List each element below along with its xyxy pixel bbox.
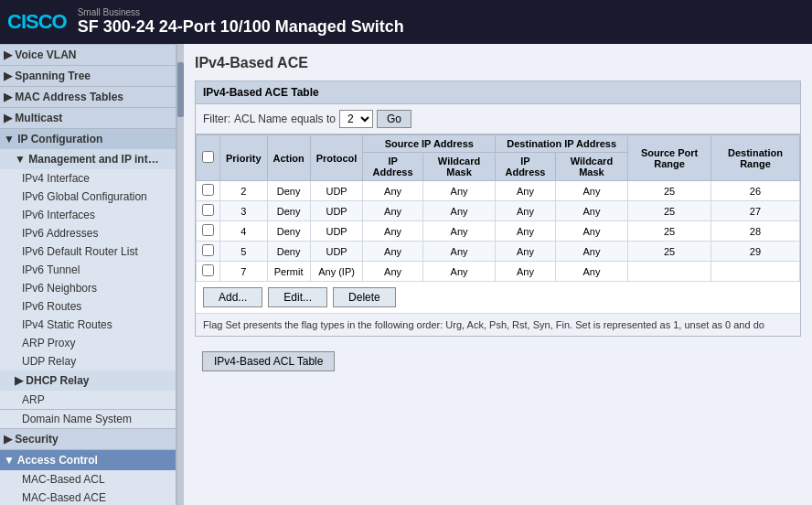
cell-src-ip: Any [363,242,422,262]
cell-priority: 4 [220,221,268,242]
sidebar-item-udp-relay[interactable]: UDP Relay [0,352,176,371]
cell-src-mask: Any [422,201,495,221]
filter-label: Filter: [203,113,230,125]
th-src-wildcard: Wildcard Mask [422,153,495,181]
note-text: Flag Set presents the flag types in the … [196,313,800,336]
filter-value-select[interactable]: 1 2 3 4 [339,110,373,128]
back-to-acl-button[interactable]: IPv4-Based ACL Table [202,351,335,371]
cell-dst-mask: Any [555,242,627,262]
sidebar-item-mac-address-tables[interactable]: ▶ MAC Address Tables [0,86,176,107]
row-checkbox-cell[interactable] [197,201,220,221]
sidebar-item-mgmt-ip[interactable]: ▼ Management and IP interfa... [0,149,176,169]
row-checkbox[interactable] [202,244,214,256]
sidebar-item-domain-name[interactable]: Domain Name System [0,409,176,428]
cell-action: Permit [267,262,310,282]
filter-field: ACL Name [234,113,287,125]
sidebar-item-mac-based-acl[interactable]: MAC-Based ACL [0,470,176,489]
cell-protocol: UDP [310,181,363,201]
cell-dst-mask: Any [555,262,627,282]
page-title: IPv4-Based ACE [195,55,801,71]
row-checkbox-cell[interactable] [197,262,220,282]
sidebar-item-ipv6-interfaces[interactable]: IPv6 Interfaces [0,206,176,224]
sidebar-item-ip-configuration[interactable]: ▼ IP Configuration [0,128,176,149]
cell-dst-mask: Any [555,201,627,221]
cell-action: Deny [267,221,310,242]
arrow-icon: ▶ [4,91,15,103]
cell-dst-ip: Any [496,242,555,262]
table-row: 7 Permit Any (IP) Any Any Any Any [197,262,800,282]
row-checkbox-cell[interactable] [197,242,220,262]
sidebar-item-multicast[interactable]: ▶ Multicast [0,107,176,128]
arrow-icon: ▶ [4,48,15,61]
cell-action: Deny [267,181,310,201]
cell-dst-ip: Any [496,262,555,282]
sidebar-item-ipv6-addresses[interactable]: IPv6 Addresses [0,224,176,242]
cell-src-port: 25 [628,221,711,242]
table-wrapper: Priority Action Protocol Source IP Addre… [196,134,800,282]
arrow-icon: ▼ [15,153,28,166]
sidebar: ▶ Voice VLAN ▶ Spanning Tree ▶ MAC Addre… [0,44,176,505]
sidebar-item-security[interactable]: ▶ Security [0,428,176,449]
sidebar-item-ipv6-neighbors[interactable]: IPv6 Neighbors [0,279,176,297]
cell-action: Deny [267,201,310,221]
header-brand: Small Business SF 300-24 24-Port 10/100 … [78,7,404,37]
sidebar-item-ipv6-global-config[interactable]: IPv6 Global Configuration [0,188,176,206]
cell-dst-ip: Any [496,181,555,201]
sidebar-item-ipv6-default-router[interactable]: IPv6 Default Router List [0,242,176,261]
cell-src-port [628,262,711,282]
sidebar-item-access-control[interactable]: ▼ Access Control [0,449,176,470]
th-protocol: Protocol [310,135,363,181]
cisco-logo: CISCO [7,10,67,34]
brand-label: Small Business [78,7,404,17]
arrow-icon: ▶ [4,433,15,446]
sidebar-item-voice-vlan[interactable]: ▶ Voice VLAN [0,44,176,65]
delete-button[interactable]: Delete [333,287,396,307]
sidebar-item-ipv4-interface[interactable]: IPv4 Interface [0,169,176,188]
sidebar-item-ipv6-routes[interactable]: IPv6 Routes [0,297,176,316]
cell-dst-mask: Any [555,221,627,242]
cell-src-port: 25 [628,242,711,262]
content-area: IPv4-Based ACE IPv4-Based ACE Table Filt… [184,44,812,505]
select-all-checkbox[interactable] [202,151,214,163]
edit-button[interactable]: Edit... [268,287,327,307]
sidebar-scrollbar[interactable] [176,44,184,505]
cell-src-ip: Any [363,181,422,201]
row-checkbox-cell[interactable] [197,221,220,242]
scrollbar-thumb[interactable] [177,62,184,117]
add-button[interactable]: Add... [203,287,262,307]
filter-go-button[interactable]: Go [377,110,411,128]
row-checkbox[interactable] [202,264,214,276]
cell-dst-port: 26 [710,181,799,201]
arrow-icon: ▼ [4,133,17,145]
table-row: 2 Deny UDP Any Any Any Any 25 26 [197,181,800,201]
row-checkbox[interactable] [202,204,214,216]
cell-src-ip: Any [363,201,422,221]
filter-row: Filter: ACL Name equals to 1 2 3 4 Go [196,104,800,134]
sidebar-item-ipv4-static-routes[interactable]: IPv4 Static Routes [0,316,176,334]
row-checkbox-cell[interactable] [197,181,220,201]
cell-src-port: 25 [628,181,711,201]
table-row: 5 Deny UDP Any Any Any Any 25 29 [197,242,800,262]
th-action: Action [267,135,310,181]
sidebar-item-arp[interactable]: ARP [0,391,176,409]
sidebar-wrapper: ▶ Voice VLAN ▶ Spanning Tree ▶ MAC Addre… [0,44,184,505]
cell-src-ip: Any [363,221,422,242]
sidebar-item-mac-based-ace[interactable]: MAC-Based ACE [0,489,176,505]
cell-src-mask: Any [422,221,495,242]
cell-dst-ip: Any [496,221,555,242]
th-dst-wildcard: Wildcard Mask [555,153,627,181]
th-dest-ip: Destination IP Address [496,135,628,153]
arrow-icon: ▶ [4,70,15,82]
cell-protocol: UDP [310,221,363,242]
cell-src-port: 25 [628,201,711,221]
cell-priority: 3 [220,201,268,221]
sidebar-item-spanning-tree[interactable]: ▶ Spanning Tree [0,65,176,86]
th-src-ip-addr: IP Address [363,153,422,181]
sidebar-item-ipv6-tunnel[interactable]: IPv6 Tunnel [0,261,176,279]
table-card-header: IPv4-Based ACE Table [196,81,800,104]
sidebar-item-arp-proxy[interactable]: ARP Proxy [0,334,176,352]
sidebar-item-dhcp-relay[interactable]: ▶ DHCP Relay [0,371,176,391]
row-checkbox[interactable] [202,184,214,196]
row-checkbox[interactable] [202,224,214,236]
cell-src-mask: Any [422,262,495,282]
